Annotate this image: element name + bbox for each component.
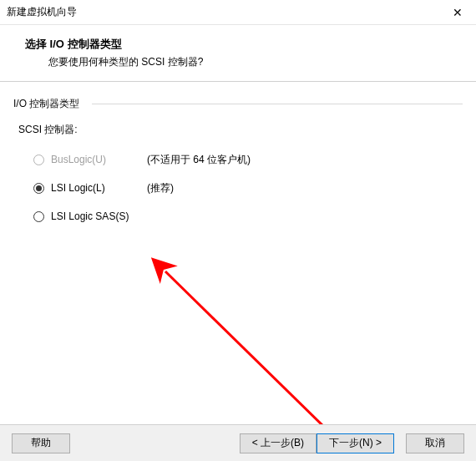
radio-buslogic bbox=[33, 155, 44, 165]
close-icon: ✕ bbox=[453, 6, 463, 19]
titlebar: 新建虚拟机向导 ✕ bbox=[0, 0, 476, 25]
option-label: LSI Logic(L) bbox=[51, 182, 147, 194]
close-button[interactable]: ✕ bbox=[438, 0, 476, 25]
option-label: LSI Logic SAS(S) bbox=[51, 210, 147, 222]
cancel-button[interactable]: 取消 bbox=[406, 433, 464, 453]
group-label: I/O 控制器类型 bbox=[13, 97, 83, 111]
radio-lsi-logic-sas[interactable] bbox=[33, 211, 44, 222]
help-button[interactable]: 帮助 bbox=[12, 433, 70, 453]
back-button[interactable]: < 上一步(B) bbox=[240, 433, 316, 453]
content-area: I/O 控制器类型 SCSI 控制器: BusLogic(U) (不适用于 64… bbox=[0, 82, 476, 408]
option-lsi-logic[interactable]: LSI Logic(L) (推荐) bbox=[33, 174, 463, 202]
wizard-header: 选择 I/O 控制器类型 您要使用何种类型的 SCSI 控制器? bbox=[0, 25, 476, 82]
option-hint: (推荐) bbox=[147, 181, 174, 195]
radio-lsi-logic[interactable] bbox=[33, 183, 44, 194]
option-buslogic: BusLogic(U) (不适用于 64 位客户机) bbox=[33, 145, 463, 174]
page-heading: 选择 I/O 控制器类型 bbox=[25, 37, 451, 52]
group-divider bbox=[92, 104, 463, 104]
footer: 帮助 < 上一步(B) 下一步(N) > 取消 bbox=[0, 424, 476, 461]
scsi-controller-label: SCSI 控制器: bbox=[18, 123, 463, 137]
annotation-arrow bbox=[142, 253, 342, 437]
option-label: BusLogic(U) bbox=[51, 154, 147, 165]
radio-group: BusLogic(U) (不适用于 64 位客户机) LSI Logic(L) … bbox=[33, 145, 463, 230]
next-button[interactable]: 下一步(N) > bbox=[316, 433, 394, 453]
window-title: 新建虚拟机向导 bbox=[7, 5, 77, 19]
option-hint: (不适用于 64 位客户机) bbox=[147, 153, 251, 167]
page-subheading: 您要使用何种类型的 SCSI 控制器? bbox=[25, 55, 451, 69]
svg-line-0 bbox=[165, 271, 326, 428]
option-lsi-logic-sas[interactable]: LSI Logic SAS(S) bbox=[33, 202, 463, 230]
